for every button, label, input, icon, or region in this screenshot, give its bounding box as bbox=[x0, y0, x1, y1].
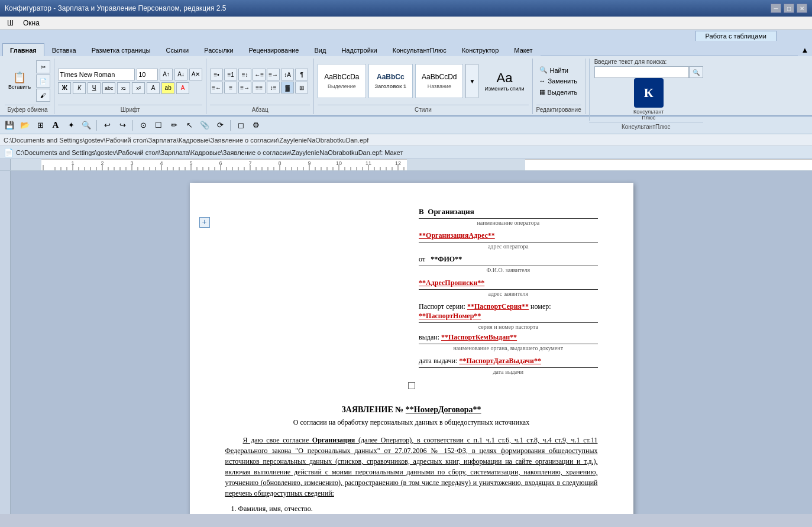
ribbon-group-edit: 🔍 Найти ↔ Заменить ▦ Выделить Редактиров… bbox=[534, 59, 585, 114]
tab-mailings[interactable]: Рассылки bbox=[196, 43, 241, 56]
show-marks-button[interactable]: ¶ bbox=[295, 69, 308, 80]
tab-layout[interactable]: Макет bbox=[506, 43, 540, 56]
tab-insert[interactable]: Вставка bbox=[44, 43, 84, 56]
increase-indent-button[interactable]: ≡→ bbox=[267, 69, 280, 80]
find-button[interactable]: 🔍 Найти bbox=[536, 65, 581, 75]
zoom-button[interactable]: 🔍 bbox=[79, 119, 93, 132]
line-spacing-button[interactable]: ↕≡ bbox=[267, 82, 280, 93]
highlight-button[interactable]: ab bbox=[161, 82, 174, 94]
tab-references[interactable]: Ссылки bbox=[158, 43, 196, 56]
svg-rect-4 bbox=[407, 159, 525, 170]
svg-text:1: 1 bbox=[71, 160, 74, 166]
align-center-button[interactable]: ≡ bbox=[224, 82, 237, 93]
style-heading1-label: Заголовок 1 bbox=[375, 83, 407, 89]
format-copy-button[interactable]: 🖌 bbox=[36, 89, 50, 102]
org-address-label: адрес оператора bbox=[419, 243, 597, 251]
font-shrink-button[interactable]: A↓ bbox=[174, 69, 187, 80]
circle-button[interactable]: ⊙ bbox=[136, 119, 150, 132]
titlebar: Конфигуратор - Зарплата и Управление Пер… bbox=[0, 0, 812, 17]
grid-button[interactable]: ⊞ bbox=[33, 119, 47, 132]
italic-button[interactable]: К bbox=[73, 82, 86, 94]
style-normal-text: AaBbCcDa bbox=[324, 73, 359, 81]
document-page: + В Организация наименование оператора *… bbox=[190, 183, 633, 514]
font-color-button[interactable]: A bbox=[176, 82, 189, 94]
paragraph-content: ≡• ≡1 ≡↕ ←≡ ≡→ ↕A ¶ ≡← ≡ ≡→ ≡≡ ↕≡ bbox=[210, 59, 310, 104]
tab-review[interactable]: Рецензирование bbox=[241, 43, 307, 56]
styles-scroll-button[interactable]: ▼ bbox=[465, 64, 478, 98]
star-button[interactable]: ✦ bbox=[64, 119, 78, 132]
operator-label: наименование оператора bbox=[419, 219, 597, 227]
font-size-input[interactable] bbox=[137, 69, 158, 80]
search-input[interactable] bbox=[594, 66, 689, 78]
style-card-normal[interactable]: AaBbCcDa Выделение bbox=[318, 64, 365, 98]
clip-button[interactable]: 📎 bbox=[198, 119, 212, 132]
tab-page-layout[interactable]: Разметка страницы bbox=[84, 43, 158, 56]
superscript-button[interactable]: x² bbox=[132, 82, 145, 94]
pencil-button[interactable]: ✏ bbox=[167, 119, 181, 132]
numbering-button[interactable]: ≡1 bbox=[224, 69, 237, 80]
change-styles-button[interactable]: Аа Изменить стили bbox=[480, 67, 528, 95]
close-button[interactable]: ✕ bbox=[797, 4, 807, 13]
square-button[interactable]: ◻ bbox=[234, 119, 248, 132]
doc-area[interactable]: + В Организация наименование оператора *… bbox=[11, 171, 812, 514]
tab-addins[interactable]: Надстройки bbox=[334, 43, 384, 56]
svg-text:2: 2 bbox=[101, 160, 103, 166]
tab-constructor[interactable]: Конструктор bbox=[454, 43, 507, 56]
font-button[interactable]: A bbox=[48, 119, 63, 132]
refresh-button[interactable]: ⟳ bbox=[213, 119, 227, 132]
cut-button[interactable]: ✂ bbox=[36, 60, 50, 73]
open-button[interactable]: 📂 bbox=[18, 119, 32, 132]
clear-format-button[interactable]: A✕ bbox=[189, 69, 202, 80]
tab-home[interactable]: Главная bbox=[2, 43, 44, 56]
font-name-input[interactable] bbox=[58, 69, 135, 80]
kplus-logo-icon[interactable]: К bbox=[634, 78, 664, 108]
style-card-title[interactable]: AaBbCcDd Название bbox=[415, 64, 463, 98]
settings-button[interactable]: ⚙ bbox=[249, 119, 263, 132]
org-address-field: **ОрганизацияАдрес** bbox=[419, 231, 597, 241]
tab-work-tables[interactable]: Работа с таблицами bbox=[695, 31, 777, 41]
bold-button[interactable]: Ж bbox=[58, 82, 71, 94]
issue-date-prefix: дата выдачи: bbox=[419, 357, 459, 365]
replace-button[interactable]: ↔ Заменить bbox=[536, 76, 581, 86]
align-left-button[interactable]: ≡← bbox=[210, 82, 223, 93]
subscript-button[interactable]: x₂ bbox=[117, 82, 130, 94]
search-button[interactable]: 🔍 bbox=[689, 66, 703, 78]
add-table-button[interactable]: + bbox=[199, 217, 210, 228]
align-right-button[interactable]: ≡→ bbox=[238, 82, 251, 93]
underline-button[interactable]: Ч bbox=[88, 82, 101, 94]
change-styles-label: Изменить стили bbox=[484, 86, 524, 92]
menu-item-windows[interactable]: Окна bbox=[18, 18, 44, 28]
tab-kplus[interactable]: КонсультантПлюс bbox=[385, 43, 454, 56]
font-grow-button[interactable]: A↑ bbox=[160, 69, 173, 80]
ribbon-collapse-button[interactable]: ▲ bbox=[798, 43, 812, 56]
undo-button[interactable]: ↩ bbox=[100, 119, 114, 132]
ribbon-group-styles: AaBbCcDa Выделение AaBbCc Заголовок 1 Aa… bbox=[315, 59, 532, 114]
justify-button[interactable]: ≡≡ bbox=[253, 82, 266, 93]
multilevel-button[interactable]: ≡↕ bbox=[238, 69, 251, 80]
bullets-button[interactable]: ≡• bbox=[210, 69, 223, 80]
decrease-indent-button[interactable]: ←≡ bbox=[253, 69, 266, 80]
from-fio-line: от **ФИО** bbox=[419, 254, 597, 264]
select-button[interactable]: ▦ Выделить bbox=[536, 87, 581, 97]
minimize-button[interactable]: ─ bbox=[771, 4, 781, 13]
strikethrough-button[interactable]: аbc bbox=[102, 82, 115, 94]
search-box: Введите текст для поиска: 🔍 bbox=[594, 59, 703, 78]
new-button[interactable]: 💾 bbox=[2, 119, 17, 132]
tab-view[interactable]: Вид bbox=[307, 43, 334, 56]
font-row1: A↑ A↓ A✕ bbox=[58, 69, 202, 80]
svg-text:3: 3 bbox=[130, 160, 133, 166]
cursor-button[interactable]: ↖ bbox=[182, 119, 196, 132]
style-card-heading1[interactable]: AaBbCc Заголовок 1 bbox=[368, 64, 413, 98]
sort-button[interactable]: ↕A bbox=[281, 69, 294, 80]
ruler-left bbox=[0, 159, 11, 170]
copy-button[interactable]: 📄 bbox=[36, 75, 50, 88]
issued-by-line: выдан: **ПаспортКемВыдан** bbox=[419, 332, 597, 342]
text-effects-button[interactable]: A bbox=[147, 82, 160, 94]
paste-button[interactable]: 📋 Вставить bbox=[5, 60, 34, 102]
shading-button[interactable]: ▓ bbox=[281, 82, 294, 93]
restore-button[interactable]: □ bbox=[784, 4, 794, 13]
menu-item-file[interactable]: Ш bbox=[2, 18, 18, 28]
checkbox-button[interactable]: ☐ bbox=[151, 119, 166, 132]
redo-button[interactable]: ↪ bbox=[115, 119, 130, 132]
borders-button[interactable]: ⊞ bbox=[295, 82, 308, 93]
